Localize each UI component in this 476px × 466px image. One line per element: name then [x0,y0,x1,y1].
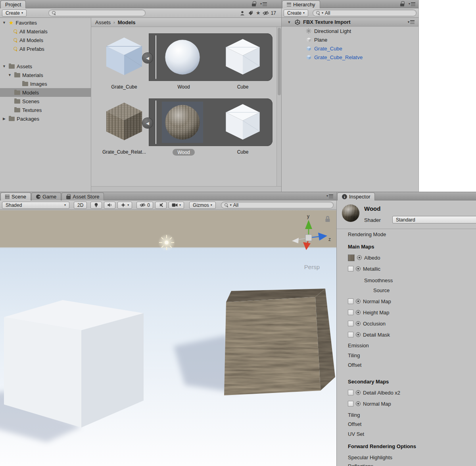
textured-cube[interactable] [222,286,336,399]
asset-thumbnail-wood[interactable] [162,37,203,78]
material-preview-sphere[interactable] [342,204,359,222]
hidden-objects-button[interactable]: 0 [136,202,153,209]
tree-all-prefabs[interactable]: All Prefabs [0,44,91,53]
2d-toggle-button[interactable]: 2D [74,202,87,209]
asset-label[interactable]: Wood [160,83,207,91]
scrollbar-thumb[interactable] [278,28,281,95]
object-picker-icon[interactable] [356,310,361,315]
row-specular-highlights[interactable]: Specular Highlights [348,453,475,462]
scene-audio-toggle[interactable] [104,202,115,209]
row-emission[interactable]: Emission [348,341,475,350]
row-smoothness[interactable]: Smoothness [348,276,475,285]
project-search-input[interactable] [48,10,145,16]
asset-grid-scrollbar[interactable] [276,27,281,186]
scene-menu-icon[interactable]: ▾ [408,20,415,24]
asset-thumbnail-grate-cube-relative[interactable] [102,100,146,144]
texture-slot[interactable] [348,266,353,272]
row-rendering-mode[interactable]: Rendering Mode [348,230,475,239]
foldout-open-icon[interactable]: ▼ [2,64,7,68]
favorites-filter-icon[interactable]: ★ [256,10,261,16]
tab-scene[interactable]: Scene [0,193,31,200]
panel-menu-icon[interactable]: ▾ [326,194,333,198]
texture-slot[interactable] [348,298,353,304]
tab-project[interactable]: Project [0,0,26,8]
texture-slot[interactable] [348,332,353,337]
tree-all-models[interactable]: All Models [0,36,91,44]
row-secondary-tiling[interactable]: Tiling [348,410,475,419]
texture-slot[interactable] [348,401,353,406]
row-albedo[interactable]: Albedo [348,253,475,262]
scene-search-input[interactable]: ▾ All [221,202,334,208]
foldout-open-icon[interactable]: ▼ [7,73,12,77]
foldout-open-icon[interactable]: ▼ [2,21,7,25]
scene-lighting-toggle[interactable] [90,202,102,209]
asset-label-selected[interactable]: Wood [160,148,207,156]
tab-inspector[interactable]: i Inspector [337,193,375,200]
effects-dropdown[interactable]: ▾ [117,202,132,209]
object-picker-icon[interactable] [356,401,361,406]
tree-materials[interactable]: ▼ Materials [0,71,91,79]
create-button[interactable]: Create ▾ [2,10,27,17]
tree-images[interactable]: Images [0,79,91,88]
tab-hierarchy[interactable]: Hierarchy [282,0,320,8]
lock-icon[interactable] [251,1,257,7]
asset-label[interactable]: Cube [219,83,267,91]
panel-menu-icon[interactable]: ▾ [409,2,415,6]
scene-viewport[interactable]: Persp y z [0,210,336,466]
foldout-closed-icon[interactable]: ▶ [2,117,7,121]
tree-favorites[interactable]: ▼ ★ Favorites [0,18,91,27]
row-occlusion[interactable]: Occlusion [348,319,475,328]
gizmos-dropdown[interactable]: Gizmos ▾ [189,202,216,209]
create-button[interactable]: Create ▾ [284,10,308,17]
asset-thumbnail-grate-cube[interactable] [102,35,146,79]
tree-packages[interactable]: ▶ Packages [0,114,91,123]
object-picker-icon[interactable] [356,332,361,337]
camera-dropdown[interactable]: ▾ [169,202,184,209]
hierarchy-item-grate-cube[interactable]: Grate_Cube [282,44,418,53]
row-secondary-offset[interactable]: Offset [348,420,475,428]
row-tiling[interactable]: Tiling [348,351,475,360]
shading-mode-dropdown[interactable]: Shaded ▾ [2,202,69,209]
texture-slot[interactable] [348,390,353,395]
foldout-open-icon[interactable]: ▼ [286,20,292,24]
breadcrumb-root[interactable]: Assets [95,19,111,25]
asset-label[interactable]: Grate_Cube [102,83,146,91]
row-offset[interactable]: Offset [348,360,475,369]
row-detail-normal-map[interactable]: Normal Map [348,399,475,408]
persp-label[interactable]: Persp [304,264,320,270]
collab-user-icon[interactable] [239,10,246,16]
hierarchy-item-plane[interactable]: Plane [282,35,418,44]
tree-textures[interactable]: Textures [0,106,91,114]
row-smoothness-source[interactable]: Source [348,286,475,295]
object-picker-icon[interactable] [356,390,361,395]
shader-dropdown[interactable]: Standard [392,216,476,223]
lock-icon[interactable] [400,1,405,7]
gizmo-center-cube[interactable] [305,235,312,241]
row-uv-set[interactable]: UV Set [348,429,475,438]
hierarchy-item-grate-cube-relative[interactable]: Grate_Cube_Relatve [282,53,418,62]
asset-label[interactable]: Grate_Cube_Relat... [102,148,146,156]
hierarchy-search-input[interactable]: ▾ All [313,10,416,16]
texture-slot[interactable] [348,310,353,315]
asset-thumbnail-wood-selected[interactable] [162,102,203,143]
object-picker-icon[interactable] [357,255,362,260]
collapse-children-button[interactable]: ◀ [142,53,153,63]
row-detail-mask[interactable]: Detail Mask [348,330,475,339]
scene-tools-button[interactable] [155,202,167,209]
tab-asset-store[interactable]: Asset Store [61,193,104,200]
tree-all-materials[interactable]: All Materials [0,27,91,36]
row-reflections[interactable]: Reflections [348,462,475,466]
asset-thumbnail-cube[interactable] [222,37,263,78]
label-tag-icon[interactable] [248,10,254,16]
white-cube[interactable] [4,300,144,427]
tree-models-selected[interactable]: Models [0,88,91,97]
row-height-map[interactable]: Height Map [348,308,475,317]
collapse-children-button[interactable]: ◀ [142,118,153,128]
tree-scenes[interactable]: Scenes [0,97,91,106]
texture-slot[interactable] [348,321,353,326]
asset-label[interactable]: Cube [219,148,267,156]
object-picker-icon[interactable] [356,266,361,271]
albedo-texture-thumbnail[interactable] [348,254,355,261]
row-normal-map[interactable]: Normal Map [348,297,475,306]
row-metallic[interactable]: Metallic [348,264,475,273]
